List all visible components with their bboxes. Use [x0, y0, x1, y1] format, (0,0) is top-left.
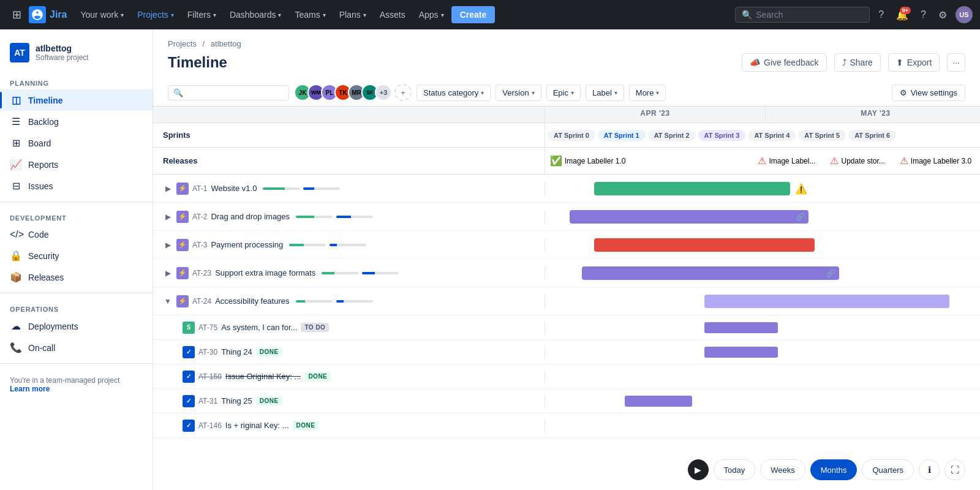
sub-task-left-at146: ✓ AT-146 Is + riginal Key: ... DONE: [153, 420, 545, 432]
avatar-count[interactable]: +3: [375, 84, 392, 101]
status-category-filter[interactable]: Status category ▾: [417, 85, 491, 101]
search-box[interactable]: 🔍: [735, 7, 870, 23]
sidebar-item-security[interactable]: 🔒 Security: [0, 245, 153, 266]
nav-dashboards[interactable]: Dashboards ▾: [224, 6, 288, 23]
progress-fill-2: [362, 272, 375, 274]
progress-fill-2: [330, 244, 337, 246]
gantt-bar-at23[interactable]: 🔗: [582, 266, 839, 280]
more-options-button[interactable]: ···: [947, 53, 965, 72]
share-icon: ⤴: [842, 58, 846, 67]
release-4[interactable]: ⚠ Image Labeller 3.0: [900, 155, 971, 167]
today-button[interactable]: Today: [714, 459, 756, 480]
expand-icon[interactable]: ▶: [163, 184, 173, 193]
sprint-chip-4[interactable]: AT Sprint 4: [748, 130, 796, 141]
task-name[interactable]: As system, I can for...: [221, 323, 297, 332]
task-name[interactable]: Is + riginal Key: ...: [225, 421, 289, 430]
collapse-icon[interactable]: ▼: [163, 297, 173, 306]
quarters-button[interactable]: Quarters: [862, 459, 914, 480]
task-name[interactable]: Support extra image formats: [215, 268, 315, 277]
nav-teams[interactable]: Teams ▾: [288, 6, 331, 23]
nav-your-work[interactable]: Your work ▾: [74, 6, 130, 23]
notifications-icon[interactable]: 🔔 9+: [892, 6, 912, 24]
sidebar-item-backlog[interactable]: ☰ Backlog: [0, 111, 153, 132]
gantt-bar-at3[interactable]: [594, 238, 815, 252]
sidebar-item-timeline[interactable]: ◫ Timeline: [0, 89, 153, 111]
reports-icon: 📈: [10, 159, 22, 170]
sidebar-item-reports[interactable]: 📈 Reports: [0, 154, 153, 175]
release-2[interactable]: ⚠ Image Label...: [758, 155, 815, 167]
gantt-bar-at30[interactable]: [704, 347, 778, 358]
task-name[interactable]: Payment processing: [211, 240, 283, 249]
more-filter[interactable]: More ▾: [629, 85, 666, 101]
sprint-chip-2[interactable]: AT Sprint 2: [648, 130, 696, 141]
expand-icon[interactable]: ▶: [163, 269, 173, 277]
sidebar-footer-link[interactable]: Learn more: [10, 385, 50, 393]
help-circle-icon[interactable]: ?: [875, 6, 888, 24]
export-button[interactable]: ⬆ Export: [888, 53, 940, 72]
task-right-at146: [545, 413, 980, 437]
timeline-search-input[interactable]: [186, 88, 284, 97]
add-person-button[interactable]: +: [394, 84, 412, 101]
fullscreen-icon[interactable]: ⛶: [944, 459, 965, 480]
task-progress: [322, 272, 399, 274]
done-icon: ✓: [183, 395, 195, 407]
release-3[interactable]: ⚠ Update stor...: [830, 155, 884, 167]
epic-icon: ⚡: [176, 239, 189, 251]
task-name[interactable]: Issue Original Key: ...: [225, 372, 301, 381]
label-filter[interactable]: Label ▾: [586, 85, 624, 101]
sprint-chip-3[interactable]: AT Sprint 3: [698, 130, 746, 141]
gantt-bar-at24[interactable]: [704, 295, 949, 308]
task-progress: [296, 216, 373, 218]
nav-plans[interactable]: Plans ▾: [333, 6, 372, 23]
sidebar-item-releases[interactable]: 📦 Releases: [0, 266, 153, 288]
sprint-chip-6[interactable]: AT Sprint 6: [848, 130, 896, 141]
version-filter[interactable]: Version ▾: [496, 85, 541, 101]
view-settings-button[interactable]: ⚙ View settings: [892, 85, 965, 101]
gantt-bar-at31[interactable]: [625, 396, 692, 407]
play-button[interactable]: ▶: [688, 459, 709, 480]
breadcrumb-projects[interactable]: Projects: [168, 39, 197, 48]
sidebar-item-board[interactable]: ⊞ Board: [0, 132, 153, 154]
sprint-chip-1[interactable]: AT Sprint 1: [598, 130, 646, 141]
task-name[interactable]: Drag and drop images: [211, 212, 290, 221]
chevron-down-icon: ▾: [441, 12, 444, 18]
sidebar-item-issues[interactable]: ⊟ Issues: [0, 175, 153, 197]
epic-filter[interactable]: Epic ▾: [546, 85, 581, 101]
gantt-bar-at1[interactable]: [594, 182, 790, 195]
nav-filters[interactable]: Filters ▾: [181, 6, 222, 23]
share-button[interactable]: ⤴ Share: [834, 53, 881, 72]
nav-projects[interactable]: Projects ▾: [131, 6, 180, 23]
sidebar-item-deployments[interactable]: ☁ Deployments: [0, 315, 153, 337]
sprint-chip-5[interactable]: AT Sprint 5: [798, 130, 846, 141]
user-avatar[interactable]: US: [956, 6, 973, 23]
gantt-bar-at75[interactable]: [704, 322, 778, 333]
status-badge: DONE: [304, 372, 331, 381]
gantt-bar-at2[interactable]: 🔗: [570, 210, 809, 224]
give-feedback-button[interactable]: 📣 Give feedback: [742, 53, 827, 72]
help-icon[interactable]: ?: [917, 6, 930, 24]
expand-icon[interactable]: ▶: [163, 241, 173, 249]
task-name[interactable]: Thing 24: [221, 347, 252, 356]
task-name[interactable]: Accessibility features: [215, 296, 289, 306]
release-1[interactable]: ✅ Image Labeller 1.0: [550, 155, 625, 167]
logo[interactable]: Jira: [29, 6, 67, 23]
task-right-at75: [545, 315, 980, 339]
info-icon[interactable]: ℹ: [919, 459, 940, 480]
months-button[interactable]: Months: [810, 459, 858, 480]
search-input[interactable]: [756, 10, 863, 20]
timeline-search[interactable]: 🔍: [168, 85, 289, 100]
sidebar-item-oncall[interactable]: 📞 On-call: [0, 337, 153, 358]
breadcrumb-project-name[interactable]: atlbettog: [211, 39, 241, 48]
version-label: Version: [502, 88, 529, 97]
nav-apps[interactable]: Apps ▾: [413, 6, 450, 23]
create-button[interactable]: Create: [451, 6, 496, 23]
nav-assets[interactable]: Assets: [374, 6, 412, 23]
sidebar-item-code[interactable]: </> Code: [0, 224, 153, 245]
task-name[interactable]: Website v1.0: [211, 184, 257, 193]
sprint-chip-0[interactable]: AT Sprint 0: [548, 130, 595, 141]
grid-icon[interactable]: ⊞: [7, 3, 26, 26]
weeks-button[interactable]: Weeks: [760, 459, 805, 480]
settings-icon[interactable]: ⚙: [935, 6, 951, 24]
expand-icon[interactable]: ▶: [163, 213, 173, 221]
task-name[interactable]: Thing 25: [221, 396, 252, 405]
